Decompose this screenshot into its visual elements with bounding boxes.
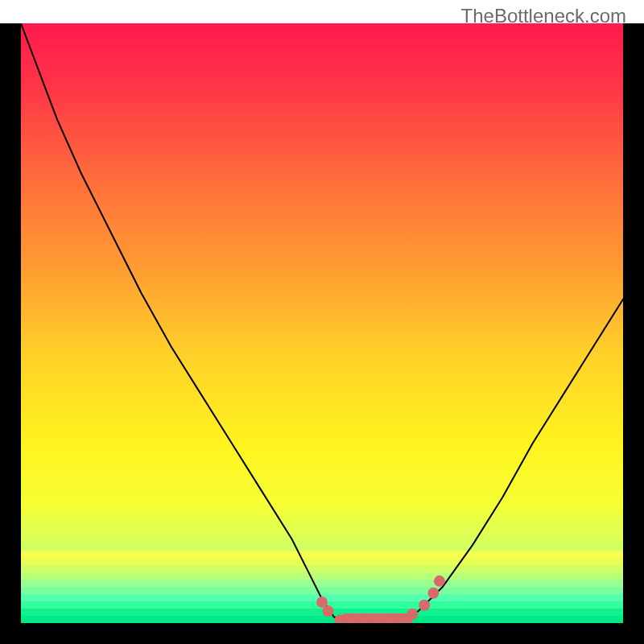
highlight-dot [427,588,439,599]
gradient-stripe [21,572,623,580]
highlight-dot [407,609,418,620]
highlight-dot [419,600,430,611]
watermark-text: TheBottleneck.com [461,5,626,27]
plot-area [21,23,623,623]
gradient-stripe [21,609,623,616]
gradient-stripe [21,587,623,594]
highlight-dot [322,605,333,617]
gradient-background [21,23,623,623]
highlight-dot [434,576,445,587]
page-root: TheBottleneck.com [0,0,644,644]
gradient-stripe [21,559,623,566]
gradient-stripe [21,565,623,572]
chart-frame [0,23,644,644]
chart-svg [21,23,623,623]
gradient-stripe [21,551,623,559]
gradient-stripe [21,580,623,587]
gradient-stripe [21,616,623,623]
